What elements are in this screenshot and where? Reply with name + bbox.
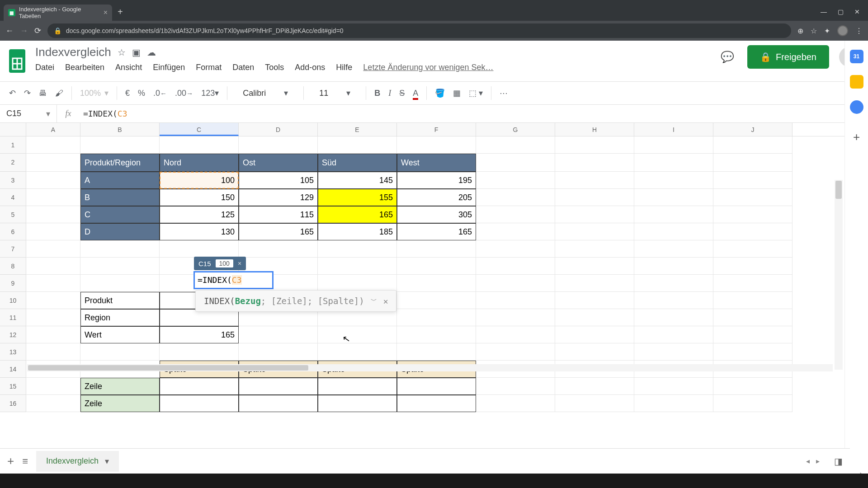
explore-icon[interactable]: ◨ [834, 456, 843, 467]
cell-D13[interactable] [239, 343, 318, 361]
cell-J12[interactable] [713, 326, 793, 343]
cell-J2[interactable] [713, 154, 793, 172]
cell-G3[interactable] [476, 172, 555, 189]
menu-tools[interactable]: Tools [265, 63, 284, 72]
cell-E9[interactable] [318, 275, 397, 292]
cell-C5[interactable]: 125 [160, 206, 239, 223]
cell-G13[interactable] [476, 343, 555, 361]
cell-B10[interactable]: Produkt [80, 292, 160, 309]
all-sheets-button[interactable]: ≡ [22, 455, 28, 467]
cell-H3[interactable] [555, 172, 634, 189]
cell-I6[interactable] [634, 223, 713, 240]
font-select[interactable]: Calibri▾ [236, 88, 295, 98]
menu-einfuegen[interactable]: Einfügen [153, 63, 185, 72]
cell-I16[interactable] [634, 395, 713, 412]
cell-J15[interactable] [713, 378, 793, 395]
row-header[interactable]: 12 [0, 326, 26, 343]
cell-I10[interactable] [634, 292, 713, 309]
cell-E6[interactable]: 185 [318, 223, 397, 240]
menu-hilfe[interactable]: Hilfe [336, 63, 352, 72]
cell-E8[interactable] [318, 258, 397, 275]
cell-B1[interactable] [80, 136, 160, 154]
cell-F5[interactable]: 305 [397, 206, 476, 223]
cell-I13[interactable] [634, 343, 713, 361]
cell-C3[interactable]: 100 [160, 172, 239, 189]
cell-E3[interactable]: 145 [318, 172, 397, 189]
cell-F12[interactable] [397, 326, 476, 343]
cell-H6[interactable] [555, 223, 634, 240]
cell-H16[interactable] [555, 395, 634, 412]
tasks-icon[interactable] [850, 100, 863, 114]
bookmark-icon[interactable]: ☆ [811, 27, 817, 35]
cell-I9[interactable] [634, 275, 713, 292]
text-color-button[interactable]: A [413, 89, 418, 98]
sheet-nav-right-icon[interactable]: ▸ [816, 457, 820, 465]
cell-A7[interactable] [26, 240, 80, 258]
cell-D12[interactable] [239, 326, 318, 343]
window-close-icon[interactable]: ✕ [854, 8, 860, 15]
cell-H13[interactable] [555, 343, 634, 361]
cell-H15[interactable] [555, 378, 634, 395]
cell-I2[interactable] [634, 154, 713, 172]
cell-F8[interactable] [397, 258, 476, 275]
cell-A1[interactable] [26, 136, 80, 154]
cell-F9[interactable] [397, 275, 476, 292]
cell-A11[interactable] [26, 309, 80, 326]
cell-I5[interactable] [634, 206, 713, 223]
cell-B12[interactable]: Wert [80, 326, 160, 343]
cell-B13[interactable] [80, 343, 160, 361]
bold-button[interactable]: B [374, 89, 380, 98]
borders-button[interactable]: ▦ [453, 88, 461, 98]
cell-E5[interactable]: 165 [318, 206, 397, 223]
cell-A16[interactable] [26, 395, 80, 412]
cell-G10[interactable] [476, 292, 555, 309]
row-header[interactable]: 6 [0, 223, 26, 240]
menu-bearbeiten[interactable]: Bearbeiten [65, 63, 104, 72]
cell-I3[interactable] [634, 172, 713, 189]
move-icon[interactable]: ▣ [132, 47, 141, 58]
window-minimize-icon[interactable]: — [821, 8, 827, 15]
cell-F15[interactable] [397, 378, 476, 395]
cell-H5[interactable] [555, 206, 634, 223]
cloud-status-icon[interactable]: ☁ [147, 47, 156, 58]
add-addon-icon[interactable]: + [850, 130, 863, 144]
cell-B7[interactable] [80, 240, 160, 258]
cell-E12[interactable] [318, 326, 397, 343]
cell-I1[interactable] [634, 136, 713, 154]
cell-J8[interactable] [713, 258, 793, 275]
cell-D6[interactable]: 165 [239, 223, 318, 240]
print-icon[interactable]: 🖶 [39, 89, 47, 98]
cell-G12[interactable] [476, 326, 555, 343]
cell-J10[interactable] [713, 292, 793, 309]
number-format-select[interactable]: 123 ▾ [201, 88, 219, 98]
row-header[interactable]: 16 [0, 395, 26, 412]
cell-F7[interactable] [397, 240, 476, 258]
cell-I15[interactable] [634, 378, 713, 395]
name-box[interactable]: C15▾ [0, 105, 57, 122]
cell-D15[interactable] [239, 378, 318, 395]
cell-C15[interactable] [160, 378, 239, 395]
cell-F16[interactable] [397, 395, 476, 412]
paint-format-icon[interactable]: 🖌 [55, 89, 63, 98]
cell-E16[interactable] [318, 395, 397, 412]
cell-E2[interactable]: Süd [318, 154, 397, 172]
browser-tab[interactable]: ▦ Indexvergleich - Google Tabellen × [4, 5, 112, 21]
cell-B2[interactable]: Produkt/Region [80, 154, 160, 172]
cell-J11[interactable] [713, 309, 793, 326]
col-header-i[interactable]: I [634, 123, 713, 136]
row-header[interactable]: 10 [0, 292, 26, 309]
cell-G1[interactable] [476, 136, 555, 154]
cell-G9[interactable] [476, 275, 555, 292]
col-header-c[interactable]: C [160, 123, 239, 136]
hint-expand-icon[interactable]: ﹀ [371, 297, 377, 305]
add-sheet-button[interactable]: + [7, 454, 14, 468]
cell-J6[interactable] [713, 223, 793, 240]
cell-I12[interactable] [634, 326, 713, 343]
cell-G11[interactable] [476, 309, 555, 326]
cell-G6[interactable] [476, 223, 555, 240]
cell-H11[interactable] [555, 309, 634, 326]
row-header[interactable]: 1 [0, 136, 26, 154]
cell-I7[interactable] [634, 240, 713, 258]
cell-J13[interactable] [713, 343, 793, 361]
cell-J7[interactable] [713, 240, 793, 258]
